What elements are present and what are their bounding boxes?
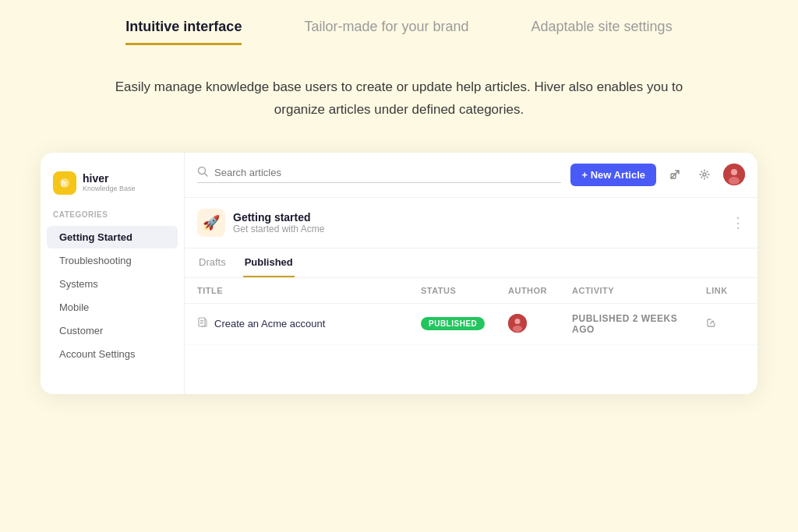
sidebar-item-customer[interactable]: Customer bbox=[47, 319, 178, 342]
category-name: Getting started bbox=[233, 211, 731, 224]
svg-text:h: h bbox=[62, 179, 66, 188]
card-container: h hiver Knowledge Base Categories Gettin… bbox=[0, 137, 798, 417]
category-icon: 🚀 bbox=[197, 209, 225, 237]
category-description: Get started with Acme bbox=[233, 224, 731, 234]
tab-tailor-made[interactable]: Tailor-made for your brand bbox=[304, 19, 468, 45]
search-input[interactable] bbox=[214, 167, 561, 178]
search-wrapper bbox=[197, 166, 561, 183]
external-link-icon[interactable] bbox=[664, 164, 686, 185]
document-icon bbox=[197, 317, 208, 330]
description-text: Easily manage knowledge base users to cr… bbox=[0, 45, 798, 137]
category-header: 🚀 Getting started Get started with Acme … bbox=[185, 198, 757, 248]
row-title-cell: Create an Acme account bbox=[197, 317, 411, 330]
author-cell bbox=[508, 314, 563, 334]
sidebar-section-label: Categories bbox=[41, 210, 184, 225]
link-cell[interactable] bbox=[706, 317, 745, 330]
new-article-button[interactable]: + New Article bbox=[570, 164, 656, 186]
status-badge: Published bbox=[421, 317, 485, 330]
tab-drafts[interactable]: Drafts bbox=[197, 248, 228, 277]
sidebar-item-troubleshooting[interactable]: Troubleshooting bbox=[47, 249, 178, 272]
search-icon bbox=[197, 166, 208, 179]
link-icon[interactable] bbox=[706, 318, 717, 330]
table-header: Title Status Author Activity Link bbox=[185, 278, 757, 304]
col-header-activity: Activity bbox=[572, 286, 697, 295]
col-header-status: Status bbox=[421, 286, 499, 295]
table-row[interactable]: Create an Acme account Published bbox=[185, 304, 757, 345]
tab-published[interactable]: Published bbox=[243, 248, 295, 277]
col-header-link: Link bbox=[706, 286, 745, 295]
user-avatar[interactable] bbox=[723, 164, 745, 185]
top-tabs-container: Intuitive interface Tailor-made for your… bbox=[0, 0, 798, 45]
col-header-author: Author bbox=[508, 286, 563, 295]
svg-point-15 bbox=[513, 326, 522, 332]
toolbar: + New Article bbox=[185, 153, 757, 198]
sidebar-item-systems[interactable]: Systems bbox=[47, 273, 178, 295]
logo-name: hiver bbox=[83, 173, 136, 185]
tab-intuitive-interface[interactable]: Intuitive interface bbox=[125, 19, 242, 45]
svg-point-14 bbox=[515, 319, 521, 324]
svg-point-5 bbox=[703, 173, 706, 176]
main-content: + New Article bbox=[185, 153, 757, 394]
tab-adaptable-settings[interactable]: Adaptable site settings bbox=[531, 19, 673, 45]
article-title: Create an Acme account bbox=[214, 318, 325, 329]
logo-icon: h bbox=[53, 171, 76, 195]
articles-table: Title Status Author Activity Link bbox=[185, 278, 757, 345]
sidebar: h hiver Knowledge Base Categories Gettin… bbox=[41, 153, 185, 394]
category-info: Getting started Get started with Acme bbox=[233, 211, 731, 234]
more-options-icon[interactable]: ⋮ bbox=[731, 214, 745, 231]
col-header-title: Title bbox=[197, 286, 411, 295]
sidebar-logo: h hiver Knowledge Base bbox=[41, 171, 184, 210]
article-tabs: Drafts Published bbox=[185, 248, 757, 278]
activity-cell: Published 2 weeks ago bbox=[572, 313, 697, 335]
sidebar-item-mobile[interactable]: Mobile bbox=[47, 296, 178, 319]
svg-line-3 bbox=[205, 174, 208, 177]
logo-subtitle: Knowledge Base bbox=[83, 185, 136, 192]
svg-point-7 bbox=[731, 169, 737, 175]
main-card: h hiver Knowledge Base Categories Gettin… bbox=[41, 153, 757, 394]
toolbar-actions: + New Article bbox=[570, 164, 745, 186]
sidebar-item-account-settings[interactable]: Account Settings bbox=[47, 343, 178, 365]
status-badge-cell: Published bbox=[421, 317, 499, 330]
settings-icon[interactable] bbox=[694, 164, 715, 185]
svg-point-8 bbox=[729, 177, 740, 185]
author-avatar bbox=[508, 314, 527, 333]
logo-text-block: hiver Knowledge Base bbox=[83, 173, 136, 192]
sidebar-item-getting-started[interactable]: Getting Started bbox=[47, 226, 178, 248]
